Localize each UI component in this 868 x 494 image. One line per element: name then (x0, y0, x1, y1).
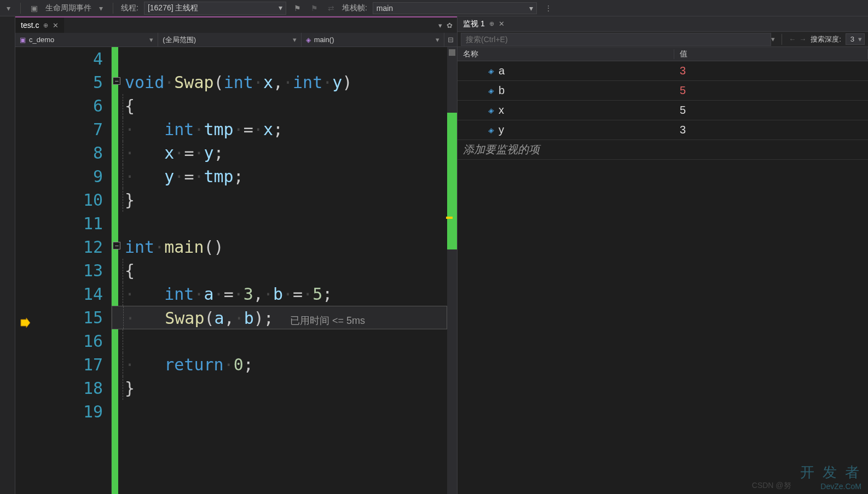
watch-row[interactable]: ◈a3 (458, 61, 868, 81)
nav-function-dropdown[interactable]: ◈ main() (302, 33, 444, 47)
code-line[interactable] (112, 47, 447, 71)
nav-project-dropdown[interactable]: ▣ c_demo (15, 33, 158, 47)
code-line[interactable]: · Swap(a,·b);已用时间 <= 5ms (112, 306, 447, 329)
code-line[interactable]: { (112, 259, 447, 282)
scroll-marker (447, 113, 457, 249)
close-icon[interactable]: ✕ (53, 21, 59, 30)
variable-icon: ◈ (488, 67, 494, 75)
indent-guide (123, 141, 123, 165)
code-text: · return·0; (125, 355, 253, 374)
line-number: 11 (47, 212, 103, 235)
project-icon: ▣ (20, 36, 26, 44)
code-line[interactable]: } (112, 376, 447, 400)
code-line[interactable] (112, 329, 447, 353)
code-text: · Swap(a,·b); (125, 309, 274, 328)
line-number: 10 (47, 188, 103, 212)
lifecycle-events-icon[interactable]: ▣ (28, 4, 40, 13)
indent-guide (123, 165, 123, 188)
watch-name-cell: ◈x (458, 104, 674, 117)
dropdown-icon[interactable]: ▾ (4, 4, 13, 13)
stackframe-label: 堆栈帧: (342, 3, 367, 13)
code-line[interactable]: · int·tmp·=·x; (112, 118, 447, 141)
watch-row[interactable]: ◈x5 (458, 101, 868, 120)
depth-dropdown[interactable]: 3 (846, 33, 865, 45)
debug-toolbar: ▾ ▣ 生命周期事件 ▾ 线程: [16276] 主线程 ⚑ ⚑ ⇄ 堆栈帧: … (0, 0, 868, 16)
watermark-site: DevZe.CoM (800, 482, 861, 491)
code-line[interactable]: · int·a·=·3,·b·=·5; (112, 282, 447, 306)
line-number: 4 (47, 47, 103, 71)
nav-bar: ▣ c_demo (全局范围) ◈ main() ⊟ (15, 33, 457, 47)
watch-add-placeholder[interactable]: 添加要监视的项 (458, 140, 868, 160)
nav-project: c_demo (29, 36, 54, 44)
perf-tip[interactable]: 已用时间 <= 5ms (274, 315, 365, 326)
watch-table-header: 名称 值 (458, 47, 868, 61)
code-line[interactable]: · return·0; (112, 353, 447, 376)
file-tab-test-c[interactable]: test.c ⊕ ✕ (15, 16, 64, 33)
code-text: } (125, 379, 135, 398)
tab-dropdown-icon[interactable]: ▾ (438, 21, 442, 30)
divider (20, 3, 21, 14)
pin-icon[interactable]: ⊕ (43, 22, 48, 29)
line-number: 16 (47, 329, 103, 353)
overflow-icon[interactable]: ⋮ (542, 4, 554, 13)
watch-row[interactable]: ◈b5 (458, 81, 868, 101)
vertical-scrollbar[interactable] (447, 47, 457, 494)
fold-icon[interactable]: − (113, 242, 120, 249)
fold-icon[interactable]: − (113, 77, 120, 85)
next-icon[interactable]: → (799, 35, 806, 43)
code-line[interactable]: · x·=·y; (112, 141, 447, 165)
indent-guide (123, 282, 123, 306)
search-input[interactable] (461, 33, 771, 46)
dropdown-icon[interactable]: ▾ (97, 4, 105, 13)
close-icon[interactable]: ✕ (499, 20, 505, 28)
code-line[interactable]: · y·=·tmp; (112, 165, 447, 188)
thread-icon[interactable]: ⇄ (326, 4, 337, 13)
nav-scope-dropdown[interactable]: (全局范围) (158, 33, 301, 47)
indent-guide (123, 188, 123, 212)
watch-value-cell: 3 (674, 124, 868, 136)
prev-icon[interactable]: ← (789, 35, 796, 43)
code-line[interactable]: −void·Swap(int·x,·int·y) (112, 71, 447, 94)
code-line[interactable]: −int·main() (112, 235, 447, 259)
watch-row[interactable]: ◈y3 (458, 120, 868, 140)
line-number: 14 (47, 282, 103, 306)
split-icon[interactable]: ⊟ (444, 36, 457, 44)
file-tab-label: test.c (21, 21, 39, 30)
code-text: · int·tmp·=·x; (125, 120, 283, 139)
nav-function: main() (314, 36, 334, 44)
line-number: 18 (47, 376, 103, 400)
divider (782, 34, 782, 45)
code-text: · y·=·tmp; (125, 167, 244, 186)
col-header-value[interactable]: 值 (674, 49, 868, 59)
pin-icon[interactable]: ⊕ (489, 20, 494, 27)
watch-value-cell: 3 (674, 65, 868, 77)
flag-off-icon[interactable]: ⚑ (309, 4, 320, 13)
line-number: 7 (47, 118, 103, 141)
depth-label: 搜索深度: (811, 34, 841, 44)
col-header-name[interactable]: 名称 (458, 49, 674, 59)
code-text: void·Swap(int·x,·int·y) (125, 73, 352, 92)
variable-name: y (499, 124, 504, 136)
code-line[interactable] (112, 400, 447, 423)
code-line[interactable]: { (112, 94, 447, 118)
watch-name-cell: ◈a (458, 65, 674, 77)
indent-guide (123, 353, 123, 376)
stackframe-dropdown[interactable]: main (373, 2, 537, 14)
line-number: 9 (47, 165, 103, 188)
nav-arrows: ← → (789, 35, 806, 43)
flag-icon[interactable]: ⚑ (292, 4, 303, 13)
scroll-thumb[interactable] (449, 49, 455, 56)
line-number: 12 (47, 235, 103, 259)
gear-icon[interactable]: ✿ (447, 21, 453, 30)
code-content[interactable]: −void·Swap(int·x,·int·y){· int·tmp·=·x;·… (112, 47, 447, 494)
indent-guide (123, 259, 123, 282)
code-line[interactable] (112, 212, 447, 235)
breakpoint-gutter[interactable] (15, 47, 47, 494)
watch-panel-title: 监视 1 (463, 19, 485, 29)
divider (113, 3, 113, 14)
stackframe-value: main (377, 4, 393, 13)
code-text: · int·a·=·3,·b·=·5; (125, 284, 332, 304)
code-line[interactable]: } (112, 188, 447, 212)
thread-dropdown[interactable]: [16276] 主线程 (144, 2, 286, 15)
watch-table: 名称 值 ◈a3◈b5◈x5◈y3 添加要监视的项 (458, 47, 868, 494)
